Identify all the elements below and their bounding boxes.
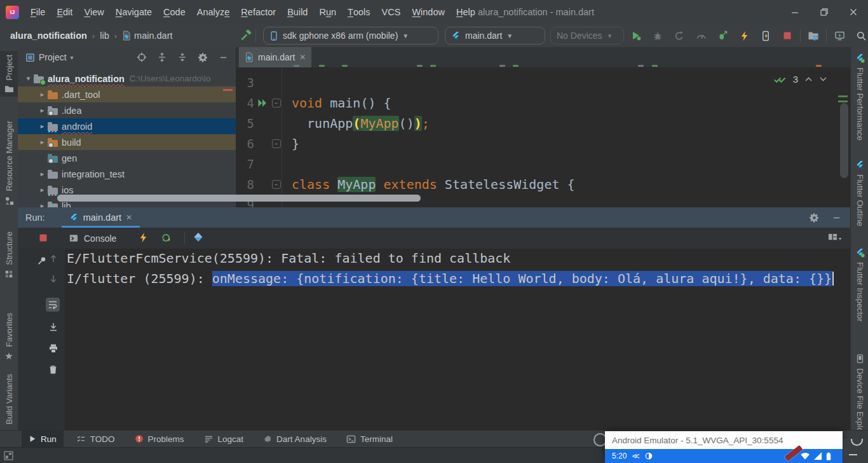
emulator-minimize-icon[interactable]	[849, 454, 857, 455]
clear-console-icon[interactable]	[48, 364, 58, 375]
device-selector[interactable]: sdk gphone x86 arm (mobile) ▼	[263, 27, 438, 45]
menu-code[interactable]: Code	[158, 0, 191, 24]
tree-item-alura-notification[interactable]: ▾alura_notificationC:\Users\Leonardo\lo	[18, 71, 236, 86]
stripe-item-structure[interactable]: Structure	[0, 232, 18, 279]
fold-marker-icon[interactable]: −	[272, 180, 281, 189]
attach-debugger-button[interactable]	[712, 24, 733, 47]
running-devices-button[interactable]	[829, 24, 850, 47]
breadcrumb-file[interactable]: main.dart	[122, 31, 172, 41]
bottom-tab-dart-analysis[interactable]: Dart Analysis	[256, 431, 334, 447]
fold-marker-icon[interactable]: −	[272, 139, 281, 148]
expand-all-button[interactable]	[154, 52, 170, 62]
bottom-tab-problems[interactable]: Problems	[128, 431, 191, 447]
emulator-rotate-icon[interactable]	[851, 439, 863, 446]
code-line-6[interactable]: 6−}	[236, 134, 850, 154]
menu-vcs[interactable]: VCS	[376, 0, 407, 24]
menu-build[interactable]: Build	[281, 0, 313, 24]
code-line-3[interactable]: 3	[236, 73, 850, 93]
close-tab-icon[interactable]: ✕	[299, 53, 306, 62]
tool-window-toggle-icon[interactable]	[4, 451, 13, 460]
stripe-item-resource-manager[interactable]: Resource Manager	[0, 121, 18, 205]
hot-restart-button[interactable]	[755, 24, 776, 47]
tree-arrow-icon[interactable]: ▸	[37, 138, 48, 146]
tree-arrow-icon[interactable]: ▸	[37, 90, 48, 99]
scroll-to-end-icon[interactable]	[48, 322, 58, 332]
bottom-tab-terminal[interactable]: Terminal	[339, 431, 400, 447]
hot-reload-icon[interactable]	[139, 232, 148, 243]
bottom-tab-run[interactable]: Run	[22, 431, 64, 447]
bottom-tab-logcat[interactable]: Logcat	[197, 431, 251, 447]
log-line-2[interactable]: I/flutter (25599): onMessage: {notificat…	[67, 268, 844, 289]
stop-button[interactable]	[776, 24, 798, 47]
log-line-1[interactable]: E/FlutterFcmService(25599): Fatal: faile…	[67, 248, 844, 268]
layout-settings-icon[interactable]: ▾	[827, 232, 841, 242]
minimize-window-icon[interactable]	[780, 0, 810, 24]
bottom-tab-todo[interactable]: TODO	[69, 431, 122, 447]
fold-marker-icon[interactable]: −	[272, 99, 281, 107]
stripe-item-favorites[interactable]: Favorites★	[0, 313, 18, 361]
prev-problem-icon[interactable]	[804, 76, 813, 82]
tree-item-gen[interactable]: gen	[18, 150, 236, 166]
close-tab-icon[interactable]: ✕	[126, 213, 132, 222]
hot-reload-button[interactable]	[733, 24, 755, 47]
tree-arrow-icon[interactable]: ▾	[23, 74, 34, 83]
stop-process-button[interactable]	[38, 233, 48, 243]
print-icon[interactable]	[48, 343, 58, 354]
menu-edit[interactable]: Edit	[51, 0, 78, 24]
profile-button[interactable]	[668, 24, 690, 47]
target-device-selector[interactable]: No Devices ▼	[550, 27, 624, 45]
soft-wrap-icon[interactable]	[46, 298, 60, 312]
inspections-widget[interactable]: 3	[773, 74, 827, 85]
tree-item-dart-tool[interactable]: ▸.dart_tool	[18, 86, 236, 102]
run-settings-gear-icon[interactable]	[810, 213, 819, 223]
code-line-4[interactable]: 4−void main() {	[236, 93, 850, 113]
pin-tab-icon[interactable]	[37, 256, 47, 266]
error-stripe-mark[interactable]	[838, 95, 848, 97]
prev-message-icon[interactable]	[48, 253, 58, 264]
hot-restart-icon[interactable]	[160, 232, 172, 243]
console-tab[interactable]: Console	[62, 228, 123, 249]
menu-window[interactable]: Window	[406, 0, 451, 24]
menu-file[interactable]: File	[25, 0, 51, 24]
stripe-item-flutter-inspector[interactable]: Flutter Inspector	[851, 248, 868, 322]
tree-item-idea[interactable]: ▸.idea	[18, 102, 236, 118]
dart-devtools-icon[interactable]	[193, 232, 203, 242]
stripe-item-project[interactable]: Project	[0, 51, 18, 97]
tree-item-integration-test[interactable]: ▸integration_test	[18, 166, 236, 182]
build-hammer-icon[interactable]	[240, 29, 253, 41]
close-window-icon[interactable]	[839, 0, 868, 24]
splitter-drag-bar[interactable]	[57, 195, 421, 202]
tree-arrow-icon[interactable]: ▸	[37, 122, 48, 130]
search-everywhere-button[interactable]	[850, 24, 868, 47]
project-view-selector[interactable]: Project	[39, 52, 67, 62]
tree-arrow-icon[interactable]: ▸	[37, 106, 48, 114]
debug-button[interactable]	[647, 24, 668, 47]
android-emulator-window[interactable]: Android Emulator - 5.1_WVGA_API_30:5554 …	[605, 431, 843, 463]
tree-arrow-icon[interactable]: ▸	[37, 186, 48, 194]
next-message-icon[interactable]	[48, 273, 58, 284]
hide-run-panel-icon[interactable]	[832, 213, 841, 223]
emulator-side-toolbar[interactable]	[843, 439, 868, 463]
tree-item-android[interactable]: ▸android	[18, 118, 236, 134]
run-configuration-selector[interactable]: main.dart ▼	[445, 27, 545, 45]
stripe-item-flutter-performance[interactable]: Flutter Performance	[851, 53, 868, 141]
project-settings-button[interactable]	[194, 53, 211, 62]
editor-scrollbar[interactable]	[840, 103, 848, 178]
next-problem-icon[interactable]	[819, 76, 827, 82]
code-line-8[interactable]: 8−class MyApp extends StatelessWidget {	[236, 174, 850, 195]
console-output[interactable]: E/FlutterFcmService(25599): Fatal: faile…	[67, 248, 844, 289]
breadcrumb-lib[interactable]: lib	[100, 31, 109, 41]
menu-view[interactable]: View	[78, 0, 109, 24]
run-tab-main-dart[interactable]: main.dart ✕	[62, 207, 140, 228]
menu-help[interactable]: Help	[451, 0, 481, 24]
run-button[interactable]	[625, 24, 647, 47]
menu-tools[interactable]: Tools	[342, 0, 376, 24]
code-line-5[interactable]: 5 runApp(MyApp());	[236, 113, 850, 134]
menu-analyze[interactable]: Analyze	[191, 0, 236, 24]
hide-panel-button[interactable]	[215, 53, 231, 62]
tree-item-build[interactable]: ▸build	[18, 134, 236, 150]
error-stripe-mark[interactable]	[838, 100, 848, 102]
tree-arrow-icon[interactable]: ▸	[37, 170, 48, 178]
restore-window-icon[interactable]	[810, 0, 839, 24]
stripe-item-device-file-explorer[interactable]: Device File Explorer	[851, 354, 868, 442]
